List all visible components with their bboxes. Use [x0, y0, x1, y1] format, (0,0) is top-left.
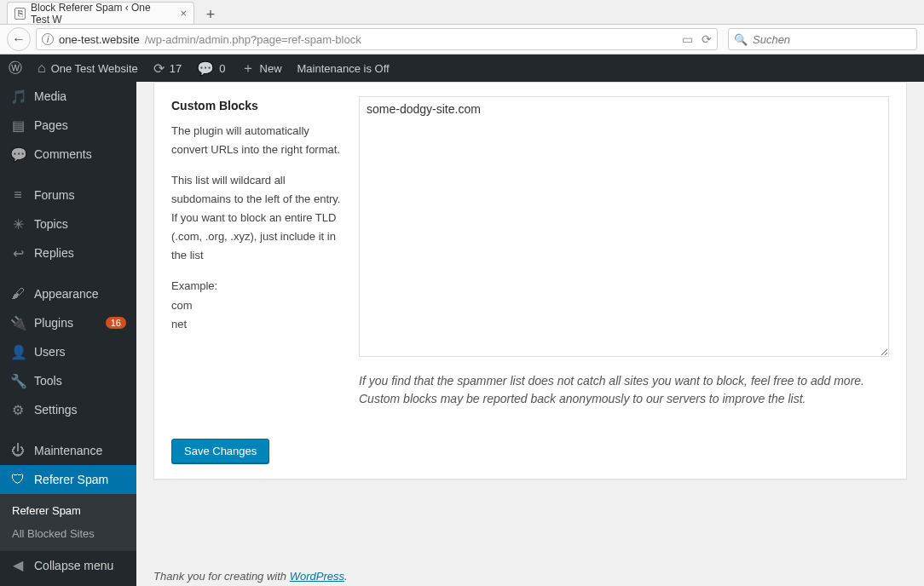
sidebar-item-forums[interactable]: ≡Forums [0, 181, 136, 210]
sidebar-label: Maintenance [34, 444, 102, 457]
forums-icon: ≡ [10, 187, 26, 203]
tools-icon: 🔧 [10, 373, 26, 389]
new-label: New [260, 62, 282, 75]
sidebar-label: Replies [34, 246, 74, 260]
comments-link[interactable]: 💬0 [197, 60, 225, 77]
plugins-badge: 16 [106, 317, 126, 329]
sidebar-item-tools[interactable]: 🔧Tools [0, 366, 136, 395]
help-text: If you find that the spammer list does n… [359, 372, 889, 408]
appearance-icon: 🖌 [10, 286, 26, 302]
browser-toolbar: ← i one-test.website/wp-admin/admin.php?… [0, 24, 924, 55]
pages-icon: ▤ [10, 118, 26, 134]
sidebar-item-maintenance[interactable]: ⏻Maintenance [0, 436, 136, 465]
example-value: com [171, 299, 193, 312]
settings-icon: ⚙ [10, 402, 26, 418]
sidebar-label: Plugins [34, 316, 73, 330]
updates-count: 17 [170, 62, 182, 75]
wordpress-link[interactable]: WordPress [290, 570, 344, 583]
reader-mode-icon[interactable]: ▭ [682, 32, 693, 46]
desc-line: If you want to block an entire TLD (.com… [171, 211, 336, 261]
collapse-label: Collapse menu [34, 559, 113, 572]
site-name-text: One Test Website [51, 62, 138, 75]
custom-blocks-textarea[interactable] [359, 96, 889, 357]
settings-panel: Custom Blocks The plugin will automatica… [153, 82, 907, 480]
new-tab-button[interactable]: + [199, 5, 222, 24]
collapse-icon: ◀ [10, 557, 26, 573]
sidebar-label: Appearance [34, 287, 99, 301]
field-description: Custom Blocks The plugin will automatica… [171, 96, 342, 408]
footer-credit: Thank you for creating with WordPress. [153, 570, 348, 583]
sidebar-label: Referer Spam [34, 473, 108, 486]
sidebar-label: Settings [34, 403, 78, 417]
desc-line: The plugin will automatically convert UR… [171, 122, 342, 159]
sidebar-item-topics[interactable]: ✳Topics [0, 210, 136, 238]
wp-admin-bar: ⓦ ⌂One Test Website ⟳17 💬0 ＋New Maintena… [0, 55, 924, 82]
sidebar-label: Pages [34, 118, 68, 132]
content-area: Custom Blocks The plugin will automatica… [136, 82, 924, 586]
site-info-icon[interactable]: i [42, 33, 54, 45]
topics-icon: ✳ [10, 216, 26, 233]
comments-icon: 💬 [10, 146, 26, 163]
sidebar-label: Tools [34, 374, 62, 388]
sidebar-label: Comments [34, 147, 92, 161]
example-label: Example: [171, 279, 217, 292]
media-icon: 🎵 [10, 89, 26, 105]
back-button[interactable]: ← [7, 27, 31, 51]
maintenance-label: Maintenance is Off [297, 62, 390, 75]
sidebar-item-plugins[interactable]: 🔌Plugins16 [0, 308, 136, 337]
submenu-referer-spam[interactable]: Referer Spam [0, 499, 136, 522]
comments-count: 0 [219, 62, 225, 75]
browser-search-input[interactable] [753, 33, 911, 46]
url-path: /wp-admin/admin.php?page=ref-spam-block [145, 33, 361, 46]
shield-icon: 🛡 [10, 472, 26, 487]
sidebar-label: Forums [34, 188, 74, 202]
example-value: net [171, 318, 187, 330]
sidebar-label: Users [34, 345, 66, 359]
footer-suffix: . [344, 570, 348, 583]
sidebar-submenu: Referer Spam All Blocked Sites [0, 494, 136, 550]
sidebar-item-pages[interactable]: ▤Pages [0, 111, 136, 140]
sidebar-label: Topics [34, 217, 68, 231]
reload-icon[interactable]: ⟳ [702, 32, 712, 46]
desc-line: This list will wildcard all subdomains t… [171, 174, 341, 205]
maintenance-icon: ⏻ [10, 443, 26, 458]
submenu-all-blocked[interactable]: All Blocked Sites [0, 522, 136, 545]
sidebar-item-comments[interactable]: 💬Comments [0, 140, 136, 169]
url-host: one-test.website [59, 33, 140, 46]
tab-close-icon[interactable]: × [180, 7, 187, 20]
sidebar-label: Media [34, 89, 66, 103]
footer-prefix: Thank you for creating with [153, 570, 290, 583]
url-bar[interactable]: i one-test.website/wp-admin/admin.php?pa… [36, 28, 718, 50]
admin-sidebar: 🎵Media ▤Pages 💬Comments ≡Forums ✳Topics … [0, 82, 136, 586]
collapse-menu[interactable]: ◀Collapse menu [0, 550, 136, 579]
browser-search[interactable]: 🔍 [728, 28, 917, 50]
field-heading: Custom Blocks [171, 96, 342, 117]
sidebar-item-users[interactable]: 👤Users [0, 337, 136, 366]
sidebar-item-appearance[interactable]: 🖌Appearance [0, 279, 136, 308]
maintenance-toggle[interactable]: Maintenance is Off [297, 62, 390, 75]
tab-favicon: ⎘ [14, 8, 26, 20]
save-button[interactable]: Save Changes [171, 439, 269, 463]
plugins-icon: 🔌 [10, 315, 26, 331]
updates-link[interactable]: ⟳17 [153, 60, 182, 77]
sidebar-item-referer-spam[interactable]: 🛡Referer Spam [0, 465, 136, 494]
tab-title: Block Referer Spam ‹ One Test W [31, 2, 171, 26]
browser-tab-strip: ⎘ Block Referer Spam ‹ One Test W × + [0, 0, 924, 24]
replies-icon: ↩ [10, 245, 26, 261]
browser-tab[interactable]: ⎘ Block Referer Spam ‹ One Test W × [7, 2, 194, 24]
wp-logo[interactable]: ⓦ [9, 60, 22, 78]
new-content-link[interactable]: ＋New [241, 60, 282, 78]
sidebar-item-settings[interactable]: ⚙Settings [0, 395, 136, 424]
site-name-link[interactable]: ⌂One Test Website [38, 60, 138, 76]
search-icon: 🔍 [734, 33, 748, 46]
users-icon: 👤 [10, 344, 26, 360]
sidebar-item-replies[interactable]: ↩Replies [0, 238, 136, 267]
sidebar-item-media[interactable]: 🎵Media [0, 82, 136, 111]
